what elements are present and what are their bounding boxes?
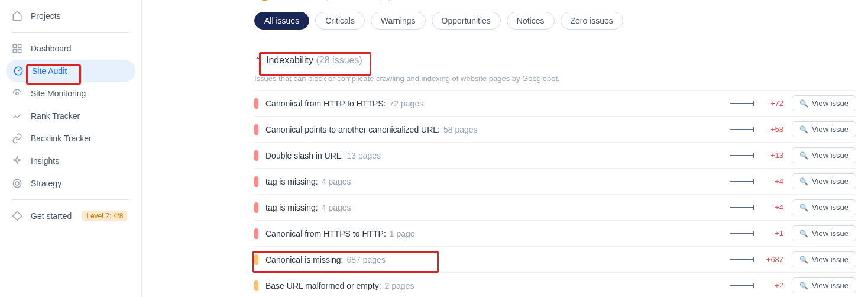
severity-indicator [254, 176, 258, 187]
issue-title[interactable]: Canonical from HTTPS to HTTP: [265, 229, 386, 238]
severity-indicator [254, 124, 258, 135]
nav-label: Rank Tracker [31, 111, 80, 121]
filter-opportunities[interactable]: Opportunities [432, 12, 501, 30]
chart-icon [12, 111, 22, 121]
filter-warnings[interactable]: Warnings [371, 12, 426, 30]
link-icon [12, 133, 22, 144]
search-icon: 🔍 [799, 230, 808, 238]
issue-row: tag is missing:4 pages+4🔍View issue [254, 168, 856, 194]
search-icon: 🔍 [799, 125, 808, 134]
nav-site-monitoring[interactable]: Site Monitoring [0, 82, 141, 105]
nav-rank-tracker[interactable]: Rank Tracker [0, 105, 141, 127]
nav-strategy[interactable]: Strategy [0, 172, 141, 195]
issue-filters: All issues Criticals Warnings Opportunit… [254, 0, 856, 38]
sparkline [730, 99, 754, 108]
svg-point-7 [15, 182, 19, 185]
level-badge: Level 2: 4/8 [82, 211, 127, 221]
severity-indicator [254, 150, 258, 161]
delta-count: +58 [760, 125, 783, 134]
nav-label: Backlink Tracker [31, 134, 92, 143]
view-issue-button[interactable]: 🔍View issue [792, 173, 856, 189]
nav-projects[interactable]: Projects [0, 5, 141, 27]
view-issue-label: View issue [812, 203, 848, 212]
sidebar: Projects Dashboard Site Audit Site Monit… [0, 0, 142, 297]
sparkline [730, 204, 754, 212]
filter-criticals[interactable]: Criticals [315, 12, 365, 30]
nav-label: Insights [31, 156, 59, 166]
sparkline [730, 151, 754, 160]
sparkline [730, 125, 754, 134]
issue-title[interactable]: Base URL malformed or empty: [265, 281, 381, 290]
view-issue-button[interactable]: 🔍View issue [792, 277, 856, 293]
severity-indicator [254, 98, 258, 109]
nav-backlink-tracker[interactable]: Backlink Tracker [0, 127, 141, 150]
view-issue-button[interactable]: 🔍View issue [792, 121, 856, 137]
delta-count: +72 [760, 99, 783, 108]
filter-notices[interactable]: Notices [507, 12, 555, 30]
sparkline [730, 177, 754, 186]
nav-dashboard[interactable]: Dashboard [0, 37, 141, 60]
view-issue-label: View issue [812, 99, 848, 108]
search-icon: 🔍 [799, 204, 808, 212]
severity-indicator [254, 202, 258, 213]
highlight-box [252, 251, 439, 273]
sparkline [730, 230, 754, 238]
view-issue-label: View issue [812, 229, 848, 238]
issue-title[interactable]: tag is missing: [265, 177, 318, 186]
svg-point-6 [13, 179, 21, 188]
highlight-box [259, 52, 371, 76]
issue-pages: 2 pages [385, 281, 414, 290]
delta-count: +4 [760, 203, 783, 212]
monitor-icon [12, 88, 22, 99]
gauge-icon [13, 66, 24, 76]
view-issue-label: View issue [812, 255, 848, 264]
divider [12, 32, 129, 33]
search-icon: 🔍 [799, 177, 808, 186]
issue-pages: 1 page [390, 229, 415, 238]
nav-label: Dashboard [31, 44, 72, 53]
issue-row: tag is missing:4 pages+4🔍View issue [254, 194, 856, 220]
severity-indicator [254, 280, 258, 291]
search-icon: 🔍 [799, 256, 808, 264]
issue-row: Base URL malformed or empty:2 pages+2🔍Vi… [254, 272, 856, 297]
svg-rect-3 [18, 50, 21, 53]
filter-zero-issues[interactable]: Zero issues [561, 12, 623, 30]
nav-insights[interactable]: Insights [0, 150, 141, 172]
sparkline [730, 256, 754, 264]
svg-rect-0 [13, 44, 16, 47]
view-issue-button[interactable]: 🔍View issue [792, 147, 856, 163]
issue-pages: 58 pages [443, 125, 478, 134]
issue-title[interactable]: Canonical points to another canonicalize… [265, 125, 440, 134]
nav-label: Strategy [31, 179, 61, 188]
issue-pages: 4 pages [322, 203, 351, 212]
nav-get-started[interactable]: Get started Level 2: 4/8 [0, 205, 141, 227]
view-issue-label: View issue [812, 125, 848, 134]
grid-icon [12, 43, 22, 54]
search-icon: 🔍 [799, 282, 808, 290]
search-icon: 🔍 [799, 151, 808, 160]
sparkline [730, 282, 754, 290]
issue-title[interactable]: Canonical from HTTP to HTTPS: [265, 99, 386, 108]
view-issue-label: View issue [812, 281, 848, 290]
issue-title[interactable]: tag is missing: [265, 203, 318, 212]
delta-count: +13 [760, 151, 783, 160]
search-icon: 🔍 [799, 99, 808, 108]
diamond-icon [12, 211, 22, 221]
nav-label: Get started [31, 211, 72, 221]
view-issue-button[interactable]: 🔍View issue [792, 225, 856, 241]
divider [12, 199, 129, 200]
issue-pages: 72 pages [390, 99, 424, 108]
view-issue-button[interactable]: 🔍View issue [792, 251, 856, 267]
view-issue-button[interactable]: 🔍View issue [792, 95, 856, 111]
severity-indicator [254, 228, 258, 239]
issue-title[interactable]: Double slash in URL: [265, 151, 344, 160]
issue-row: Canonical points to another canonicalize… [254, 116, 856, 142]
nav-label: Site Monitoring [31, 89, 86, 98]
issue-pages: 13 pages [347, 151, 381, 160]
filter-all-issues[interactable]: All issues [254, 12, 309, 30]
view-issue-button[interactable]: 🔍View issue [792, 199, 856, 215]
issue-row: Canonical from HTTPS to HTTP:1 page+1🔍Vi… [254, 220, 856, 246]
sparkle-icon [12, 156, 22, 166]
target-icon [12, 178, 22, 189]
delta-count: +1 [760, 229, 783, 238]
